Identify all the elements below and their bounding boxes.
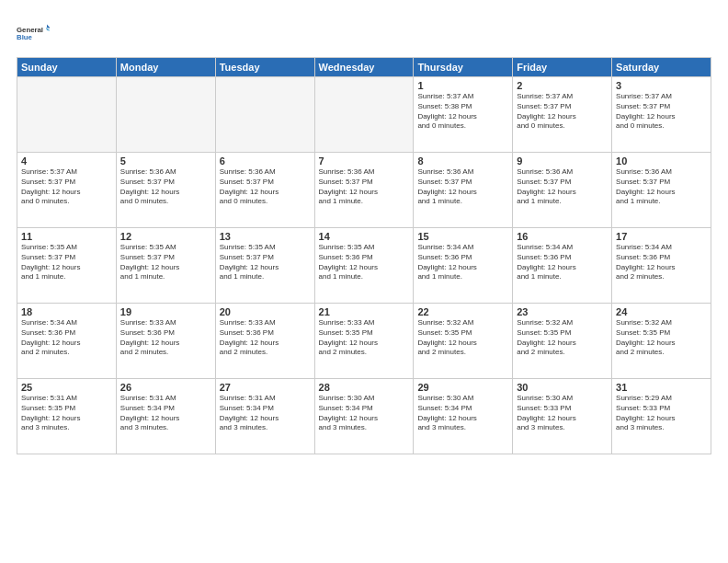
calendar-cell: 27Sunrise: 5:31 AM Sunset: 5:34 PM Dayli… bbox=[215, 379, 314, 454]
calendar-cell: 11Sunrise: 5:35 AM Sunset: 5:37 PM Dayli… bbox=[17, 228, 117, 304]
calendar-weekday-wednesday: Wednesday bbox=[314, 58, 414, 77]
calendar-cell: 16Sunrise: 5:34 AM Sunset: 5:36 PM Dayli… bbox=[513, 228, 612, 304]
day-number: 29 bbox=[417, 382, 508, 393]
calendar-cell: 3Sunrise: 5:37 AM Sunset: 5:37 PM Daylig… bbox=[612, 77, 711, 153]
day-number: 27 bbox=[220, 382, 311, 393]
day-info: Sunrise: 5:35 AM Sunset: 5:36 PM Dayligh… bbox=[319, 243, 410, 282]
day-number: 15 bbox=[417, 231, 508, 242]
day-info: Sunrise: 5:32 AM Sunset: 5:35 PM Dayligh… bbox=[616, 318, 707, 358]
calendar-week-row: 25Sunrise: 5:31 AM Sunset: 5:35 PM Dayli… bbox=[17, 379, 711, 454]
day-info: Sunrise: 5:37 AM Sunset: 5:37 PM Dayligh… bbox=[616, 92, 707, 132]
calendar-cell: 10Sunrise: 5:36 AM Sunset: 5:37 PM Dayli… bbox=[612, 153, 711, 228]
day-number: 20 bbox=[220, 306, 311, 317]
day-info: Sunrise: 5:32 AM Sunset: 5:35 PM Dayligh… bbox=[417, 318, 508, 358]
day-info: Sunrise: 5:34 AM Sunset: 5:36 PM Dayligh… bbox=[517, 243, 608, 282]
calendar-cell: 5Sunrise: 5:36 AM Sunset: 5:37 PM Daylig… bbox=[116, 153, 215, 228]
calendar-cell: 18Sunrise: 5:34 AM Sunset: 5:36 PM Dayli… bbox=[17, 304, 117, 379]
logo: General Blue bbox=[17, 17, 50, 50]
calendar-header-row: SundayMondayTuesdayWednesdayThursdayFrid… bbox=[17, 58, 711, 77]
calendar-cell bbox=[215, 77, 314, 153]
calendar-cell: 23Sunrise: 5:32 AM Sunset: 5:35 PM Dayli… bbox=[513, 304, 612, 379]
page: General Blue SundayMondayTuesdayWednesda… bbox=[0, 0, 728, 563]
calendar-weekday-thursday: Thursday bbox=[414, 58, 513, 77]
day-info: Sunrise: 5:37 AM Sunset: 5:37 PM Dayligh… bbox=[517, 92, 608, 132]
day-number: 7 bbox=[319, 155, 410, 167]
calendar-cell: 21Sunrise: 5:33 AM Sunset: 5:35 PM Dayli… bbox=[314, 304, 414, 379]
day-number: 10 bbox=[616, 155, 707, 167]
day-number: 31 bbox=[616, 382, 707, 393]
day-number: 25 bbox=[21, 382, 112, 393]
day-info: Sunrise: 5:34 AM Sunset: 5:36 PM Dayligh… bbox=[417, 243, 508, 282]
day-number: 30 bbox=[517, 382, 608, 393]
calendar-table: SundayMondayTuesdayWednesdayThursdayFrid… bbox=[17, 57, 711, 454]
calendar-week-row: 11Sunrise: 5:35 AM Sunset: 5:37 PM Dayli… bbox=[17, 228, 711, 304]
calendar-week-row: 4Sunrise: 5:37 AM Sunset: 5:37 PM Daylig… bbox=[17, 153, 711, 228]
day-number: 24 bbox=[616, 306, 707, 317]
day-info: Sunrise: 5:35 AM Sunset: 5:37 PM Dayligh… bbox=[220, 243, 311, 282]
calendar-cell: 1Sunrise: 5:37 AM Sunset: 5:38 PM Daylig… bbox=[414, 77, 513, 153]
day-info: Sunrise: 5:36 AM Sunset: 5:37 PM Dayligh… bbox=[319, 167, 410, 207]
logo-icon: General Blue bbox=[17, 17, 50, 50]
calendar-cell: 22Sunrise: 5:32 AM Sunset: 5:35 PM Dayli… bbox=[414, 304, 513, 379]
day-number: 3 bbox=[616, 80, 707, 91]
calendar-cell: 6Sunrise: 5:36 AM Sunset: 5:37 PM Daylig… bbox=[215, 153, 314, 228]
day-info: Sunrise: 5:30 AM Sunset: 5:33 PM Dayligh… bbox=[517, 394, 608, 433]
day-number: 9 bbox=[517, 155, 608, 167]
calendar-cell: 13Sunrise: 5:35 AM Sunset: 5:37 PM Dayli… bbox=[215, 228, 314, 304]
day-number: 16 bbox=[517, 231, 608, 242]
calendar-cell bbox=[116, 77, 215, 153]
day-info: Sunrise: 5:35 AM Sunset: 5:37 PM Dayligh… bbox=[120, 243, 211, 282]
calendar-cell: 7Sunrise: 5:36 AM Sunset: 5:37 PM Daylig… bbox=[314, 153, 414, 228]
calendar-cell: 8Sunrise: 5:36 AM Sunset: 5:37 PM Daylig… bbox=[414, 153, 513, 228]
calendar-cell: 19Sunrise: 5:33 AM Sunset: 5:36 PM Dayli… bbox=[116, 304, 215, 379]
calendar-cell: 25Sunrise: 5:31 AM Sunset: 5:35 PM Dayli… bbox=[17, 379, 117, 454]
day-info: Sunrise: 5:31 AM Sunset: 5:34 PM Dayligh… bbox=[220, 394, 311, 433]
calendar-cell: 2Sunrise: 5:37 AM Sunset: 5:37 PM Daylig… bbox=[513, 77, 612, 153]
day-info: Sunrise: 5:33 AM Sunset: 5:36 PM Dayligh… bbox=[220, 318, 311, 358]
calendar-cell: 30Sunrise: 5:30 AM Sunset: 5:33 PM Dayli… bbox=[513, 379, 612, 454]
calendar-cell: 29Sunrise: 5:30 AM Sunset: 5:34 PM Dayli… bbox=[414, 379, 513, 454]
calendar-weekday-sunday: Sunday bbox=[17, 58, 117, 77]
day-info: Sunrise: 5:29 AM Sunset: 5:33 PM Dayligh… bbox=[616, 394, 707, 433]
calendar-cell: 14Sunrise: 5:35 AM Sunset: 5:36 PM Dayli… bbox=[314, 228, 414, 304]
day-number: 19 bbox=[120, 306, 211, 317]
day-number: 11 bbox=[21, 231, 112, 242]
day-info: Sunrise: 5:34 AM Sunset: 5:36 PM Dayligh… bbox=[21, 318, 112, 358]
day-info: Sunrise: 5:31 AM Sunset: 5:35 PM Dayligh… bbox=[21, 394, 112, 433]
calendar-cell: 20Sunrise: 5:33 AM Sunset: 5:36 PM Dayli… bbox=[215, 304, 314, 379]
day-number: 18 bbox=[21, 306, 112, 317]
calendar-cell: 28Sunrise: 5:30 AM Sunset: 5:34 PM Dayli… bbox=[314, 379, 414, 454]
day-number: 6 bbox=[220, 155, 311, 167]
day-info: Sunrise: 5:33 AM Sunset: 5:35 PM Dayligh… bbox=[319, 318, 410, 358]
day-number: 4 bbox=[21, 155, 112, 167]
svg-text:General: General bbox=[17, 26, 43, 34]
day-info: Sunrise: 5:36 AM Sunset: 5:37 PM Dayligh… bbox=[220, 167, 311, 207]
calendar-weekday-tuesday: Tuesday bbox=[215, 58, 314, 77]
day-info: Sunrise: 5:37 AM Sunset: 5:38 PM Dayligh… bbox=[417, 92, 508, 132]
day-info: Sunrise: 5:36 AM Sunset: 5:37 PM Dayligh… bbox=[417, 167, 508, 207]
day-info: Sunrise: 5:30 AM Sunset: 5:34 PM Dayligh… bbox=[417, 394, 508, 433]
calendar-weekday-monday: Monday bbox=[116, 58, 215, 77]
svg-text:Blue: Blue bbox=[17, 33, 33, 41]
day-info: Sunrise: 5:30 AM Sunset: 5:34 PM Dayligh… bbox=[319, 394, 410, 433]
day-info: Sunrise: 5:32 AM Sunset: 5:35 PM Dayligh… bbox=[517, 318, 608, 358]
day-number: 21 bbox=[319, 306, 410, 317]
day-info: Sunrise: 5:36 AM Sunset: 5:37 PM Dayligh… bbox=[517, 167, 608, 207]
day-info: Sunrise: 5:36 AM Sunset: 5:37 PM Dayligh… bbox=[120, 167, 211, 207]
day-number: 26 bbox=[120, 382, 211, 393]
day-info: Sunrise: 5:33 AM Sunset: 5:36 PM Dayligh… bbox=[120, 318, 211, 358]
day-number: 5 bbox=[120, 155, 211, 167]
day-number: 17 bbox=[616, 231, 707, 242]
day-info: Sunrise: 5:35 AM Sunset: 5:37 PM Dayligh… bbox=[21, 243, 112, 282]
day-number: 1 bbox=[417, 80, 508, 91]
calendar-cell: 4Sunrise: 5:37 AM Sunset: 5:37 PM Daylig… bbox=[17, 153, 117, 228]
calendar-cell: 15Sunrise: 5:34 AM Sunset: 5:36 PM Dayli… bbox=[414, 228, 513, 304]
day-number: 23 bbox=[517, 306, 608, 317]
day-info: Sunrise: 5:36 AM Sunset: 5:37 PM Dayligh… bbox=[616, 167, 707, 207]
day-number: 22 bbox=[417, 306, 508, 317]
day-number: 14 bbox=[319, 231, 410, 242]
day-info: Sunrise: 5:34 AM Sunset: 5:36 PM Dayligh… bbox=[616, 243, 707, 282]
calendar-cell: 17Sunrise: 5:34 AM Sunset: 5:36 PM Dayli… bbox=[612, 228, 711, 304]
calendar-cell: 9Sunrise: 5:36 AM Sunset: 5:37 PM Daylig… bbox=[513, 153, 612, 228]
calendar-cell: 12Sunrise: 5:35 AM Sunset: 5:37 PM Dayli… bbox=[116, 228, 215, 304]
